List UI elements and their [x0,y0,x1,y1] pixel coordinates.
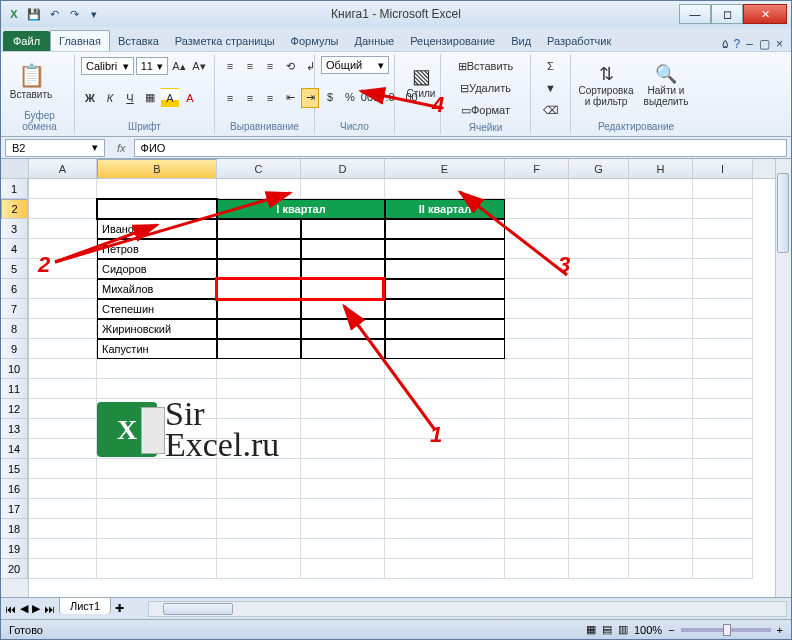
table-cell[interactable] [301,259,385,279]
table-cell[interactable] [217,279,301,299]
window-restore-icon[interactable]: ▢ [759,37,770,51]
insert-cells-button[interactable]: ⊞ Вставить [447,56,524,76]
percent-icon[interactable]: % [341,87,359,107]
row-header-9[interactable]: 9 [1,339,28,359]
tab-nav-prev-icon[interactable]: ◀ [20,602,28,615]
fill-icon[interactable]: ▼ [537,78,564,98]
row-header-6[interactable]: 6 [1,279,28,299]
row-header-12[interactable]: 12 [1,399,28,419]
row-header-3[interactable]: 3 [1,219,28,239]
minimize-button[interactable]: — [679,4,711,24]
orientation-icon[interactable]: ⟲ [281,56,299,76]
new-sheet-icon[interactable]: ✚ [115,602,124,615]
zoom-slider[interactable] [681,628,771,632]
font-color-button[interactable]: A [181,88,199,108]
paste-button[interactable]: 📋 Вставить [11,56,51,106]
row-header-17[interactable]: 17 [1,499,28,519]
view-normal-icon[interactable]: ▦ [586,623,596,636]
row-header-19[interactable]: 19 [1,539,28,559]
name-box[interactable]: B2▾ [5,139,105,157]
minimize-ribbon-icon[interactable]: ۵ [722,37,728,51]
table-cell[interactable] [217,259,301,279]
table-cell[interactable]: Сидоров [97,259,217,279]
find-select-button[interactable]: 🔍 Найти и выделить [637,60,695,110]
row-header-10[interactable]: 10 [1,359,28,379]
table-header[interactable]: I квартал [217,199,385,219]
table-header[interactable]: ФИО [97,199,217,219]
row-header-8[interactable]: 8 [1,319,28,339]
save-icon[interactable]: 💾 [25,5,43,23]
tab-review[interactable]: Рецензирование [402,31,503,51]
row-header-16[interactable]: 16 [1,479,28,499]
table-cell[interactable] [301,239,385,259]
row-header-7[interactable]: 7 [1,299,28,319]
tab-formulas[interactable]: Формулы [283,31,347,51]
zoom-out-icon[interactable]: − [668,624,674,636]
table-cell[interactable]: Иванов [97,219,217,239]
table-cell[interactable] [301,319,385,339]
vertical-scrollbar[interactable] [775,159,791,597]
col-header-I[interactable]: I [693,159,753,179]
sheet-tab[interactable]: Лист1 [59,597,111,614]
chevron-down-icon[interactable]: ▾ [92,141,98,154]
table-cell[interactable] [301,219,385,239]
tab-data[interactable]: Данные [346,31,402,51]
align-right-icon[interactable]: ≡ [261,88,279,108]
comma-icon[interactable]: 000 [361,87,379,107]
number-format-select[interactable]: Общий▾ [321,56,389,74]
col-header-H[interactable]: H [629,159,693,179]
tab-insert[interactable]: Вставка [110,31,167,51]
maximize-button[interactable]: ◻ [711,4,743,24]
delete-cells-button[interactable]: ⊟ Удалить [447,78,524,98]
table-cell[interactable]: Петров [97,239,217,259]
align-middle-icon[interactable]: ≡ [241,56,259,76]
help-icon[interactable]: ? [734,37,741,51]
col-header-F[interactable]: F [505,159,569,179]
col-header-D[interactable]: D [301,159,385,179]
italic-button[interactable]: К [101,88,119,108]
table-cell[interactable] [385,319,505,339]
col-header-B[interactable]: B [97,159,217,179]
table-cell[interactable] [385,279,505,299]
table-cell[interactable]: Жириновский [97,319,217,339]
row-header-5[interactable]: 5 [1,259,28,279]
row-header-1[interactable]: 1 [1,179,28,199]
window-close-icon[interactable]: × [776,37,783,51]
table-cell[interactable] [217,219,301,239]
file-tab[interactable]: Файл [3,31,50,51]
table-cell[interactable] [301,279,385,299]
grow-font-icon[interactable]: A▴ [170,56,188,76]
table-cell[interactable] [217,319,301,339]
row-header-18[interactable]: 18 [1,519,28,539]
horizontal-scrollbar[interactable] [148,601,787,617]
formula-input[interactable]: ФИО [134,139,787,157]
underline-button[interactable]: Ч [121,88,139,108]
table-cell[interactable] [217,299,301,319]
fill-color-button[interactable]: A [161,88,179,108]
table-cell[interactable] [301,299,385,319]
currency-icon[interactable]: $ [321,87,339,107]
close-button[interactable]: ✕ [743,4,787,24]
align-left-icon[interactable]: ≡ [221,88,239,108]
border-button[interactable]: ▦ [141,88,159,108]
zoom-level[interactable]: 100% [634,624,662,636]
table-cell[interactable]: Степешин [97,299,217,319]
table-header[interactable]: II квартал [385,199,505,219]
row-header-15[interactable]: 15 [1,459,28,479]
table-cell[interactable] [385,339,505,359]
sort-filter-button[interactable]: ⇅ Сортировка и фильтр [577,60,635,110]
autosum-icon[interactable]: Σ [537,56,564,76]
format-cells-button[interactable]: ▭ Формат [447,100,524,120]
tab-view[interactable]: Вид [503,31,539,51]
table-cell[interactable]: Михайлов [97,279,217,299]
col-header-C[interactable]: C [217,159,301,179]
indent-dec-icon[interactable]: ⇤ [281,88,299,108]
table-cell[interactable] [385,259,505,279]
align-bottom-icon[interactable]: ≡ [261,56,279,76]
tab-page-layout[interactable]: Разметка страницы [167,31,283,51]
table-cell[interactable]: Капустин [97,339,217,359]
undo-icon[interactable]: ↶ [45,5,63,23]
align-top-icon[interactable]: ≡ [221,56,239,76]
tab-nav-next-icon[interactable]: ▶ [32,602,40,615]
col-header-E[interactable]: E [385,159,505,179]
